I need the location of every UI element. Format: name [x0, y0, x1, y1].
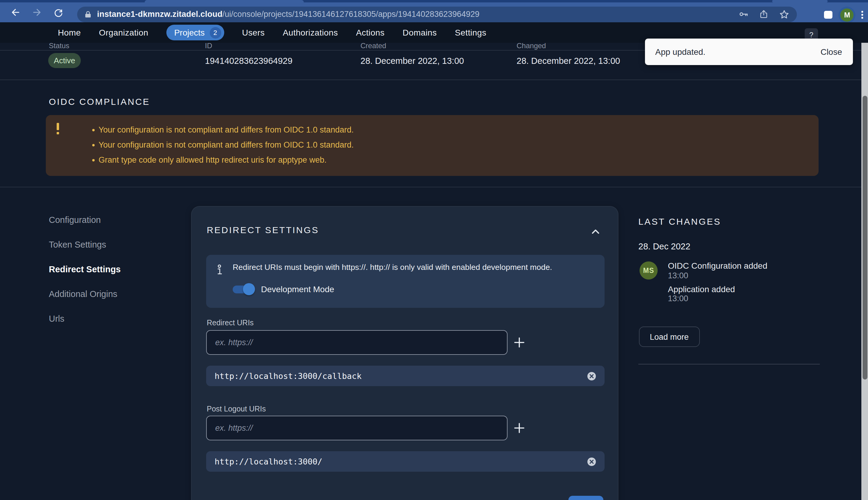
event-time: 13:00	[668, 271, 767, 280]
id-value: 194140283623964929	[205, 56, 292, 66]
forward-button[interactable]	[29, 4, 45, 20]
redirect-uri-value: http://localhost:3000/callback	[214, 371, 361, 381]
created-label: Created	[360, 42, 386, 50]
save-button[interactable]	[568, 496, 603, 500]
warning-list: Your configuration is not compliant and …	[92, 122, 354, 168]
card-title: REDIRECT SETTINGS	[207, 225, 319, 235]
active-tab[interactable]	[145, 0, 304, 2]
share-icon[interactable]	[759, 9, 769, 19]
browser-toolbar: instance1-dkmnzw.zitadel.cloud/ui/consol…	[0, 2, 868, 22]
projects-count-badge: 2	[210, 27, 221, 38]
post-logout-uri-input[interactable]	[206, 416, 508, 440]
event-title: OIDC Configuration added	[668, 261, 767, 271]
toast-close-button[interactable]: Close	[820, 47, 842, 57]
change-events: OIDC Configuration added 13:00 Applicati…	[668, 261, 767, 308]
sidenav-token-settings[interactable]: Token Settings	[49, 232, 121, 257]
bookmark-star-icon[interactable]	[779, 9, 790, 20]
redirect-settings-card: REDIRECT SETTINGS Redirect URIs must beg…	[191, 206, 619, 500]
settings-sidenav: Configuration Token Settings Redirect Se…	[49, 207, 121, 331]
sidenav-configuration[interactable]: Configuration	[49, 207, 121, 232]
url-path: /ui/console/projects/194136146127618305/…	[222, 10, 479, 19]
redirect-uri-input[interactable]	[206, 330, 508, 355]
main-nav: Home Organization Projects 2 Users Autho…	[58, 25, 487, 41]
changed-value: 28. December 2022, 13:00	[516, 56, 620, 66]
load-more-button[interactable]: Load more	[639, 327, 700, 347]
divider	[0, 187, 868, 188]
user-avatar: MS	[639, 261, 658, 280]
browser-menu-icon[interactable]	[862, 11, 863, 19]
oidc-compliance-title: OIDC COMPLIANCE	[49, 96, 150, 106]
key-icon[interactable]	[738, 9, 749, 19]
warning-text: Grant type code only allowed http redire…	[99, 156, 326, 164]
status-badge: Active	[48, 53, 81, 68]
development-mode-toggle[interactable]	[233, 283, 253, 295]
side-panel-icon[interactable]	[824, 11, 833, 19]
collapse-chevron-icon[interactable]	[591, 226, 600, 237]
changes-date: 28. Dec 2022	[638, 241, 690, 251]
redirect-uri-item: http://localhost:3000/callback	[206, 366, 604, 386]
divider	[638, 364, 820, 364]
divider	[0, 80, 868, 80]
browser-tabstrip	[0, 0, 868, 2]
nav-authorizations[interactable]: Authorizations	[283, 28, 338, 37]
created-value: 28. December 2022, 13:00	[360, 56, 464, 66]
back-button[interactable]	[7, 4, 23, 20]
nav-home[interactable]: Home	[58, 28, 81, 37]
browser-profile-avatar[interactable]: M	[841, 8, 854, 21]
status-label: Status	[49, 42, 69, 50]
url-host: instance1-dkmnzw.zitadel.cloud	[97, 10, 222, 19]
add-redirect-uri-button[interactable]	[510, 333, 528, 351]
reload-button[interactable]	[51, 4, 66, 20]
screen: instance1-dkmnzw.zitadel.cloud/ui/consol…	[0, 0, 868, 500]
remove-uri-icon[interactable]	[587, 457, 596, 466]
url-bar[interactable]: instance1-dkmnzw.zitadel.cloud/ui/consol…	[77, 6, 797, 22]
toast: App updated. Close	[645, 38, 853, 65]
last-changes-title: LAST CHANGES	[638, 216, 721, 227]
sidenav-redirect-settings[interactable]: Redirect Settings	[49, 257, 121, 281]
info-text: Redirect URIs must begin with https://. …	[233, 262, 594, 272]
lock-icon	[85, 10, 92, 19]
info-icon	[216, 264, 223, 278]
scrollbar-thumb[interactable]	[862, 96, 867, 379]
nav-settings[interactable]: Settings	[455, 28, 486, 37]
changed-label: Changed	[516, 42, 546, 50]
toast-message: App updated.	[655, 47, 705, 57]
development-mode-label: Development Mode	[261, 284, 334, 294]
sidenav-urls[interactable]: Urls	[49, 306, 121, 331]
warning-text: Your configuration is not compliant and …	[99, 125, 354, 134]
add-post-logout-uri-button[interactable]	[510, 419, 528, 437]
nav-organization[interactable]: Organization	[99, 28, 148, 37]
nav-domains[interactable]: Domains	[403, 28, 437, 37]
id-label: ID	[205, 42, 212, 50]
remove-uri-icon[interactable]	[587, 371, 596, 380]
warning-text: Your configuration is not compliant and …	[99, 140, 354, 149]
dev-mode-info-box: Redirect URIs must begin with https://. …	[206, 255, 604, 308]
nav-actions[interactable]: Actions	[356, 28, 385, 37]
post-logout-uri-value: http://localhost:3000/	[214, 457, 322, 466]
nav-users[interactable]: Users	[242, 28, 265, 37]
event-time: 13:00	[668, 294, 767, 303]
nav-projects[interactable]: Projects 2	[166, 25, 224, 41]
post-logout-uris-label: Post Logout URIs	[207, 405, 266, 413]
event-title: Application added	[668, 285, 767, 294]
sidenav-additional-origins[interactable]: Additional Origins	[49, 281, 121, 306]
tabstrip-highlight	[772, 0, 827, 2]
redirect-uris-label: Redirect URIs	[207, 319, 254, 327]
post-logout-uri-item: http://localhost:3000/	[206, 451, 604, 472]
warning-icon	[57, 123, 60, 134]
